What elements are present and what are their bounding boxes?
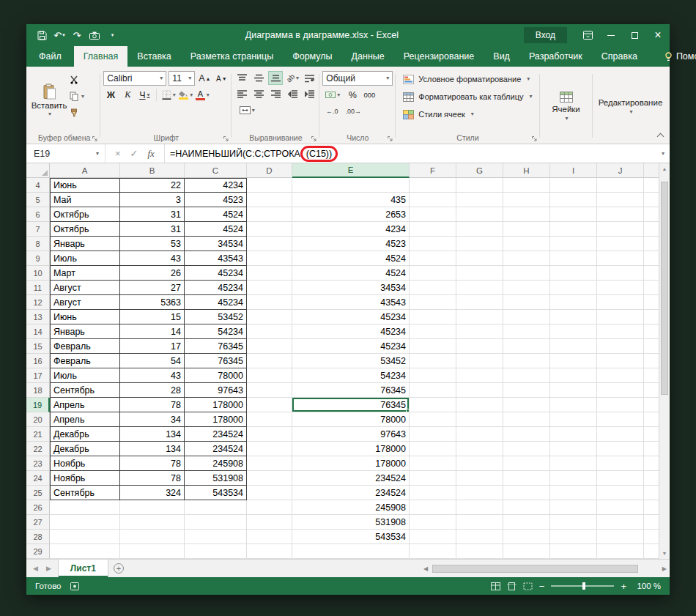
cell-I8[interactable] <box>550 237 597 251</box>
fill-handle[interactable] <box>406 409 410 412</box>
cell-B5[interactable]: 3 <box>120 193 185 207</box>
prev-sheet-arrow-icon[interactable]: ◀ <box>33 565 38 572</box>
cell-C22[interactable]: 234524 <box>185 442 247 456</box>
cell-C18[interactable]: 97643 <box>185 383 247 398</box>
column-header-I[interactable]: I <box>550 163 597 178</box>
cell-F19[interactable] <box>410 398 456 412</box>
format-painter-button[interactable] <box>67 106 86 120</box>
next-sheet-arrow-icon[interactable]: ▶ <box>46 565 51 572</box>
cell-C26[interactable] <box>185 500 247 515</box>
column-header-H[interactable]: H <box>503 163 550 178</box>
copy-button[interactable]: ▾ <box>67 89 86 103</box>
cell-D7[interactable] <box>247 222 292 237</box>
cell-G16[interactable] <box>456 354 503 368</box>
cell-I28[interactable] <box>550 530 597 544</box>
cell-H26[interactable] <box>503 500 550 515</box>
row-header-13[interactable]: 13 <box>26 310 50 324</box>
row-header-16[interactable]: 16 <box>26 354 50 368</box>
cell-A16[interactable]: Февраль <box>50 354 120 368</box>
cell-B14[interactable]: 14 <box>120 324 185 339</box>
cell-A11[interactable]: Август <box>50 281 120 295</box>
cell-E7[interactable]: 4234 <box>292 222 410 237</box>
cell-F24[interactable] <box>410 471 456 486</box>
cell-H8[interactable] <box>503 237 550 251</box>
cell-D6[interactable] <box>247 207 292 222</box>
cell-D17[interactable] <box>247 368 292 383</box>
paste-button[interactable]: Вставить ▾ <box>31 69 67 132</box>
cell-C5[interactable]: 4523 <box>185 193 247 207</box>
row-header-29[interactable]: 29 <box>26 544 50 559</box>
cell-C17[interactable]: 78000 <box>185 368 247 383</box>
cell-F6[interactable] <box>410 207 456 222</box>
cell-K20[interactable] <box>644 412 659 427</box>
ribbon-display-options-button[interactable] <box>576 24 599 46</box>
cell-D22[interactable] <box>247 442 292 456</box>
cell-K14[interactable] <box>644 324 659 339</box>
cell-K17[interactable] <box>644 368 659 383</box>
cell-F12[interactable] <box>410 295 456 310</box>
cell-H10[interactable] <box>503 266 550 281</box>
cell-K19[interactable] <box>644 398 659 412</box>
cell-G15[interactable] <box>456 339 503 354</box>
maximize-button[interactable] <box>623 24 646 46</box>
row-header-5[interactable]: 5 <box>26 193 50 207</box>
cell-J23[interactable] <box>597 456 644 471</box>
cell-I18[interactable] <box>550 383 597 398</box>
column-header-K[interactable]: K <box>644 163 659 178</box>
cell-A23[interactable]: Ноябрь <box>50 456 120 471</box>
cell-K7[interactable] <box>644 222 659 237</box>
cell-B20[interactable]: 34 <box>120 412 185 427</box>
cell-B4[interactable]: 22 <box>120 178 185 193</box>
cell-C23[interactable]: 245908 <box>185 456 247 471</box>
cell-I22[interactable] <box>550 442 597 456</box>
ribbon-tab-Разработчик[interactable]: Разработчик <box>519 46 592 67</box>
cell-K22[interactable] <box>644 442 659 456</box>
cell-B22[interactable]: 134 <box>120 442 185 456</box>
cell-E20[interactable]: 78000 <box>292 412 410 427</box>
cell-K15[interactable] <box>644 339 659 354</box>
vertical-scroll-thumb[interactable] <box>661 182 668 395</box>
cell-K5[interactable] <box>644 193 659 207</box>
fill-color-button[interactable]: ▾ <box>178 88 193 102</box>
cell-C19[interactable]: 178000 <box>185 398 247 412</box>
horizontal-scroll-track[interactable] <box>431 565 659 573</box>
cell-E25[interactable]: 234524 <box>292 486 410 500</box>
cell-K29[interactable] <box>644 544 659 559</box>
cell-J17[interactable] <box>597 368 644 383</box>
row-header-18[interactable]: 18 <box>26 383 50 398</box>
cell-G29[interactable] <box>456 544 503 559</box>
cell-I23[interactable] <box>550 456 597 471</box>
row-header-6[interactable]: 6 <box>26 207 50 222</box>
formula-input[interactable]: =НАИМЕНЬШИЙ(C:C;СТРОКА(C15)) <box>165 144 656 163</box>
new-sheet-button[interactable]: + <box>108 560 129 577</box>
cell-D11[interactable] <box>247 281 292 295</box>
cell-J11[interactable] <box>597 281 644 295</box>
cell-B27[interactable] <box>120 515 185 530</box>
cell-H9[interactable] <box>503 251 550 266</box>
cell-K23[interactable] <box>644 456 659 471</box>
cell-A19[interactable]: Апрель <box>50 398 120 412</box>
ribbon-tab-Справка[interactable]: Справка <box>592 46 647 67</box>
page-layout-view-icon[interactable] <box>507 582 517 590</box>
cell-B29[interactable] <box>120 544 185 559</box>
cell-J25[interactable] <box>597 486 644 500</box>
font-size-select[interactable]: 11▾ <box>169 71 195 86</box>
cell-J21[interactable] <box>597 427 644 442</box>
cell-K13[interactable] <box>644 310 659 324</box>
row-header-14[interactable]: 14 <box>26 324 50 339</box>
cell-C20[interactable]: 178000 <box>185 412 247 427</box>
cell-D20[interactable] <box>247 412 292 427</box>
cell-E18[interactable]: 76345 <box>292 383 410 398</box>
merge-center-button[interactable]: ▾ <box>234 103 259 117</box>
cell-D12[interactable] <box>247 295 292 310</box>
cell-B15[interactable]: 17 <box>120 339 185 354</box>
cell-A28[interactable] <box>50 530 120 544</box>
ribbon-tab-Разметка страницы[interactable]: Разметка страницы <box>181 46 283 67</box>
cell-H6[interactable] <box>503 207 550 222</box>
cell-A5[interactable]: Май <box>50 193 120 207</box>
cell-B12[interactable]: 5363 <box>120 295 185 310</box>
cell-J13[interactable] <box>597 310 644 324</box>
cell-J29[interactable] <box>597 544 644 559</box>
shrink-font-button[interactable]: А▼ <box>214 72 229 86</box>
cell-G8[interactable] <box>456 237 503 251</box>
